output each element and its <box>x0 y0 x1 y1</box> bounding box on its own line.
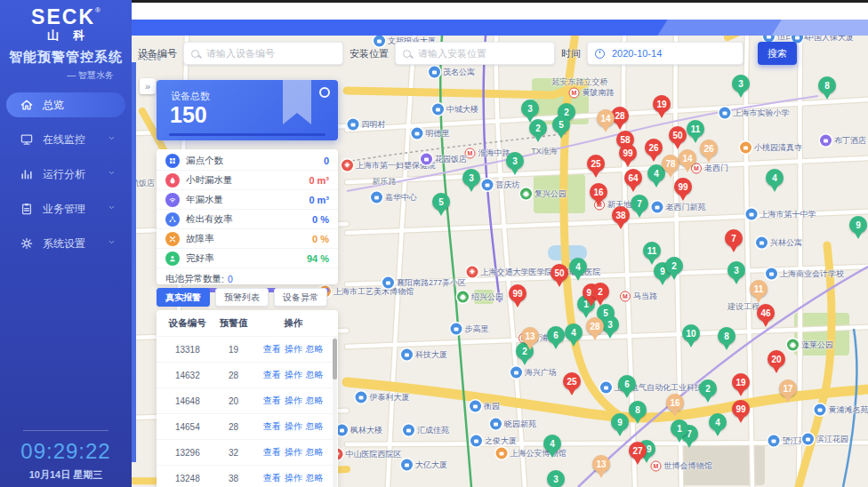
sidebar-item-chart[interactable]: 运行分析 <box>6 162 125 187</box>
action-link-2[interactable]: 忽略 <box>306 472 324 484</box>
map-marker-green[interactable]: 11 <box>643 242 661 259</box>
map-marker-red[interactable]: 46 <box>757 304 775 322</box>
device-no-field[interactable] <box>183 42 343 65</box>
tab-2[interactable]: 设备异常 <box>274 288 327 307</box>
collapse-panel-button[interactable]: » <box>140 78 156 94</box>
sidebar-item-gear[interactable]: 系统设置 <box>6 231 125 256</box>
map-marker-green[interactable]: 8 <box>718 327 735 345</box>
map-marker-red[interactable]: 20 <box>768 350 785 368</box>
map-marker-red[interactable]: 16 <box>590 183 607 201</box>
map-marker-green[interactable]: 11 <box>687 120 704 138</box>
map-marker-green[interactable]: 5 <box>432 193 450 211</box>
sidebar-item-home[interactable]: 总览 <box>6 92 125 117</box>
location-input[interactable] <box>416 47 547 60</box>
map-marker-orange[interactable]: 14 <box>597 109 615 127</box>
map-marker-orange[interactable]: 11 <box>750 280 768 298</box>
map-marker-green[interactable]: 2 <box>699 379 717 397</box>
action-link-0[interactable]: 查看 <box>263 420 281 433</box>
map-marker-orange[interactable]: 14 <box>679 149 696 167</box>
action-link-0[interactable]: 查看 <box>263 446 281 459</box>
map-marker-red[interactable]: 50 <box>551 264 568 282</box>
map-marker-red[interactable]: 25 <box>563 372 581 390</box>
action-link-1[interactable]: 操作 <box>285 395 302 407</box>
map-marker-green[interactable]: 9 <box>611 413 629 431</box>
action-link-1[interactable]: 操作 <box>285 343 302 355</box>
action-link-2[interactable]: 忽略 <box>306 395 324 407</box>
map-marker-orange[interactable]: 16 <box>666 394 684 411</box>
map-marker-green[interactable]: 3 <box>521 100 539 117</box>
table-scrollbar-thumb[interactable] <box>333 339 337 379</box>
tab-0[interactable]: 真实报警 <box>157 288 210 307</box>
map-marker-green[interactable]: 3 <box>727 261 745 279</box>
map-label-text: 建设工程 <box>727 301 760 313</box>
system-subtitle: — 智慧水务 <box>0 69 132 82</box>
location-field[interactable] <box>395 42 555 65</box>
action-link-0[interactable]: 查看 <box>263 472 281 484</box>
map-marker-red[interactable]: 99 <box>732 400 750 418</box>
action-link-1[interactable]: 操作 <box>285 369 302 381</box>
map-marker-orange[interactable]: 17 <box>779 379 797 397</box>
map-marker-red[interactable]: 99 <box>674 178 692 196</box>
map-marker-green[interactable]: 5 <box>552 116 570 133</box>
map-marker-red[interactable]: 19 <box>653 95 671 113</box>
map-marker-red[interactable]: 38 <box>612 206 630 224</box>
map-marker-green[interactable]: 4 <box>565 323 583 341</box>
stat-row-share: 检出有效率0 % <box>157 210 338 229</box>
map-marker-red[interactable]: 99 <box>619 144 637 162</box>
map-marker-green[interactable]: 3 <box>732 75 750 92</box>
date-input[interactable] <box>610 47 735 60</box>
map-marker-green[interactable]: 7 <box>631 195 648 212</box>
map-marker-green[interactable]: 8 <box>818 76 836 94</box>
map-marker-green[interactable]: 4 <box>766 169 784 187</box>
device-no-input[interactable] <box>205 47 335 60</box>
map-marker-orange[interactable]: 13 <box>592 455 610 473</box>
map-marker-green[interactable]: 1 <box>671 419 688 437</box>
map-marker-orange[interactable]: 26 <box>700 140 718 157</box>
map-marker-red[interactable]: 99 <box>509 284 526 302</box>
sidebar-item-monitor[interactable]: 在线监控 <box>6 127 125 152</box>
map-marker-green[interactable]: 6 <box>547 326 565 344</box>
date-field[interactable] <box>587 42 743 65</box>
map-marker-green[interactable]: 3 <box>601 315 619 333</box>
action-link-2[interactable]: 忽略 <box>306 343 324 355</box>
map-marker-green[interactable]: 9 <box>849 216 867 234</box>
map-marker-green[interactable]: 2 <box>665 257 683 275</box>
map-marker-green[interactable]: 3 <box>506 152 524 170</box>
circle-indicator-icon[interactable] <box>319 87 330 98</box>
map-marker-red[interactable]: 50 <box>669 126 687 144</box>
map-marker-red[interactable]: 26 <box>645 139 663 156</box>
map-marker-green[interactable]: 10 <box>682 324 700 342</box>
map-marker-red[interactable]: 19 <box>732 373 750 391</box>
map-marker-orange[interactable]: 28 <box>586 317 604 335</box>
map-marker-red[interactable]: 2 <box>591 283 609 300</box>
metro-station-icon: M <box>569 87 580 98</box>
map-marker-green[interactable]: 3 <box>547 470 565 487</box>
tab-1[interactable]: 预警列表 <box>215 288 269 307</box>
map-marker-green[interactable]: 6 <box>618 375 636 393</box>
map-marker-red[interactable]: 64 <box>624 169 642 187</box>
action-link-0[interactable]: 查看 <box>263 343 281 355</box>
action-link-0[interactable]: 查看 <box>263 395 281 407</box>
action-link-0[interactable]: 查看 <box>263 369 281 381</box>
action-link-1[interactable]: 操作 <box>285 446 302 459</box>
map-marker-green[interactable]: 4 <box>569 258 587 275</box>
search-button[interactable]: 搜索 <box>758 42 797 65</box>
map-marker-red[interactable]: 7 <box>725 229 743 247</box>
map-marker-orange[interactable]: 78 <box>662 155 679 172</box>
cell-actions: 查看操作忽略 <box>254 343 333 355</box>
map-marker-green[interactable]: 4 <box>543 435 561 452</box>
action-link-2[interactable]: 忽略 <box>306 369 324 381</box>
action-link-1[interactable]: 操作 <box>285 472 302 484</box>
map-marker-orange[interactable]: 13 <box>521 327 539 345</box>
sidebar-item-clipboard[interactable]: 业务管理 <box>6 196 125 221</box>
map-marker-red[interactable]: 27 <box>629 442 647 459</box>
map-marker-green[interactable]: 8 <box>629 401 647 419</box>
map-marker-green[interactable]: 4 <box>709 413 727 431</box>
action-link-2[interactable]: 忽略 <box>306 446 324 459</box>
map-marker-red[interactable]: 25 <box>587 155 605 172</box>
map-label-text: 老西门 <box>704 163 728 174</box>
action-link-1[interactable]: 操作 <box>285 420 302 433</box>
action-link-2[interactable]: 忽略 <box>306 420 324 433</box>
map-marker-green[interactable]: 3 <box>462 169 480 187</box>
map-marker-green[interactable]: 2 <box>529 119 547 137</box>
